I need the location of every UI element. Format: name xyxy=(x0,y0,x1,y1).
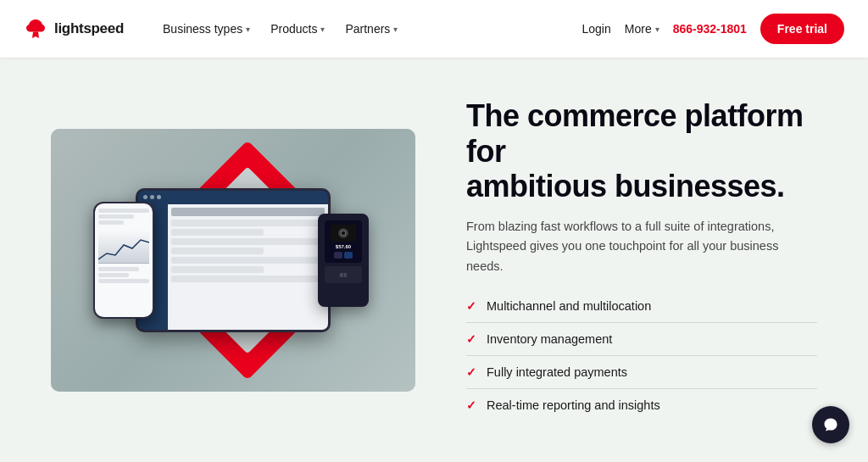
hero-title: The commerce platform for ambitious busi… xyxy=(466,98,817,203)
phone-screen xyxy=(95,203,153,317)
pos-terminal: $57.60 ||||||| xyxy=(318,214,369,307)
nav-products[interactable]: Products ▾ xyxy=(262,17,333,41)
more-menu[interactable]: More ▾ xyxy=(625,22,659,36)
pos-buttons xyxy=(334,252,353,259)
check-icon: ✓ xyxy=(466,398,476,412)
tablet-row xyxy=(171,276,325,282)
tablet-dot xyxy=(143,195,147,199)
tablet-topbar xyxy=(138,191,328,204)
chevron-down-icon: ▾ xyxy=(655,25,659,34)
phone-row xyxy=(98,214,134,219)
chevron-down-icon: ▾ xyxy=(320,25,325,34)
nav-right: Login More ▾ 866-932-1801 Free trial xyxy=(582,14,845,44)
hero-image: $57.60 ||||||| xyxy=(51,129,415,392)
list-item: ✓ Inventory management xyxy=(466,323,817,356)
chevron-down-icon: ▾ xyxy=(393,25,398,34)
pos-amount: $57.60 xyxy=(336,244,351,249)
phone-mockup xyxy=(93,202,154,319)
check-icon: ✓ xyxy=(466,365,476,379)
pos-base: ||||||| xyxy=(325,266,362,283)
phone-number[interactable]: 866-932-1801 xyxy=(673,22,747,36)
main-content: $57.60 ||||||| The commerce platform for… xyxy=(0,58,868,462)
check-icon: ✓ xyxy=(466,299,476,313)
check-icon: ✓ xyxy=(466,332,476,346)
nav-left: Business types ▾ Products ▾ Partners ▾ xyxy=(154,17,581,41)
tablet-row xyxy=(171,238,325,245)
chat-icon xyxy=(822,416,839,433)
tablet-row xyxy=(171,248,264,254)
chart-svg xyxy=(98,230,149,263)
hero-text: The commerce platform for ambitious busi… xyxy=(466,98,817,421)
logo-text: lightspeed xyxy=(54,20,124,37)
list-item: ✓ Multichannel and multilocation xyxy=(466,290,817,323)
phone-row xyxy=(98,267,139,271)
pos-btn xyxy=(334,252,342,259)
svg-point-1 xyxy=(341,231,346,236)
phone-chart xyxy=(98,230,149,264)
logo-icon xyxy=(24,17,47,41)
feature-list: ✓ Multichannel and multilocation ✓ Inven… xyxy=(466,290,817,421)
list-item: ✓ Fully integrated payments xyxy=(466,356,817,389)
page-wrapper: lightspeed Business types ▾ Products ▾ P… xyxy=(0,0,868,462)
hero-subtitle: From blazing fast workflows to a full su… xyxy=(466,217,780,276)
pos-base-text: ||||||| xyxy=(339,272,347,277)
tablet-row xyxy=(171,257,325,264)
free-trial-button[interactable]: Free trial xyxy=(760,14,844,44)
chevron-down-icon: ▾ xyxy=(246,25,250,34)
tablet-row xyxy=(171,208,325,216)
tablet-mockup xyxy=(136,188,331,332)
tablet-row xyxy=(171,266,264,273)
navbar: lightspeed Business types ▾ Products ▾ P… xyxy=(0,0,868,58)
tablet-dot xyxy=(157,195,161,199)
tablet-main-area xyxy=(168,204,328,330)
pos-btn xyxy=(344,252,353,259)
chat-button[interactable] xyxy=(812,406,849,443)
pos-card-reader xyxy=(331,225,356,242)
login-link[interactable]: Login xyxy=(582,22,611,36)
contactless-icon xyxy=(335,227,352,239)
tablet-dot xyxy=(150,195,154,199)
tablet-row xyxy=(171,229,264,236)
phone-row xyxy=(98,220,124,225)
phone-row xyxy=(98,209,149,213)
nav-partners[interactable]: Partners ▾ xyxy=(337,17,406,41)
list-item: ✓ Real-time reporting and insights xyxy=(466,389,817,421)
phone-row xyxy=(98,279,149,283)
tablet-row xyxy=(171,220,325,226)
pos-screen: $57.60 xyxy=(325,220,362,263)
nav-business-types[interactable]: Business types ▾ xyxy=(154,17,259,41)
phone-row xyxy=(98,273,129,277)
logo[interactable]: lightspeed xyxy=(24,17,124,41)
